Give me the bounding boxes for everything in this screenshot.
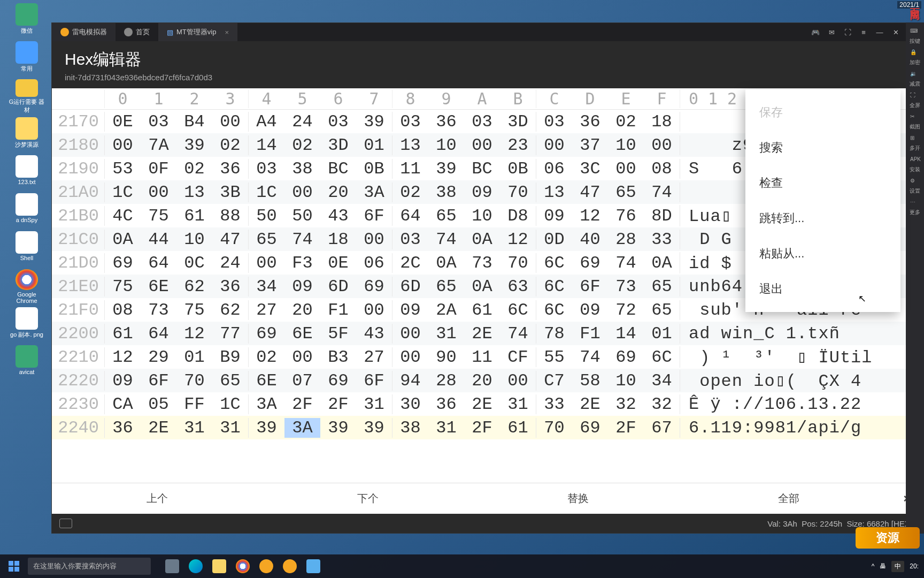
hex-byte[interactable]: B4: [176, 112, 212, 132]
hex-byte[interactable]: 10: [608, 371, 644, 391]
hex-byte[interactable]: 00: [392, 347, 428, 367]
hex-byte[interactable]: 1C: [105, 182, 141, 202]
hex-byte[interactable]: 38: [284, 159, 320, 179]
hex-byte[interactable]: 65: [608, 182, 644, 202]
hex-byte[interactable]: 70: [500, 253, 536, 273]
hex-byte[interactable]: 31: [500, 394, 536, 414]
hex-byte[interactable]: 69: [320, 371, 356, 391]
hex-byte[interactable]: 0A: [464, 277, 500, 296]
next-button[interactable]: 下个: [263, 483, 473, 514]
hex-byte[interactable]: B3: [320, 347, 356, 367]
hex-byte[interactable]: 53: [105, 159, 141, 179]
hex-byte[interactable]: 2E: [572, 394, 608, 414]
hex-byte[interactable]: 69: [249, 324, 284, 344]
hex-byte[interactable]: 24: [284, 112, 320, 132]
hex-byte[interactable]: 70: [536, 418, 572, 438]
hex-byte[interactable]: 0A: [105, 230, 141, 249]
hex-byte[interactable]: F3: [284, 253, 320, 273]
prev-button[interactable]: 上个: [52, 483, 263, 514]
hex-byte[interactable]: 31: [176, 418, 212, 438]
hex-byte[interactable]: 03: [392, 112, 428, 132]
chrome-icon[interactable]: [232, 557, 253, 576]
hex-byte[interactable]: 0A: [464, 230, 500, 249]
hex-byte[interactable]: 6F: [356, 206, 392, 226]
side-tool-加密[interactable]: 🔒加密: [908, 48, 922, 67]
hex-byte[interactable]: 00: [105, 135, 141, 155]
hex-byte[interactable]: 36: [572, 112, 608, 132]
hex-byte[interactable]: 09: [105, 371, 141, 391]
hex-row[interactable]: 2230CA05FF1C3A2F2F3130362E31332E3232Ê ÿ …: [52, 392, 920, 416]
hex-byte[interactable]: 6E: [284, 324, 320, 344]
hex-row[interactable]: 2220096F70656E07696F94282000C7581034 ope…: [52, 369, 920, 392]
hex-byte[interactable]: 2E: [464, 394, 500, 414]
hex-byte[interactable]: 08: [644, 159, 680, 179]
ime-indicator[interactable]: 中: [891, 561, 904, 572]
hex-byte[interactable]: 02: [249, 347, 284, 367]
hex-byte[interactable]: CF: [500, 347, 536, 367]
hex-byte[interactable]: 00: [212, 112, 248, 132]
hex-byte[interactable]: 5F: [320, 324, 356, 344]
hex-byte[interactable]: 6D: [320, 277, 356, 296]
hex-byte[interactable]: 61: [176, 206, 212, 226]
hex-byte[interactable]: 05: [141, 394, 176, 414]
notepad-icon[interactable]: [303, 557, 324, 576]
hex-byte[interactable]: 50: [249, 206, 284, 226]
hex-byte[interactable]: 31: [356, 394, 392, 414]
hex-byte[interactable]: 1C: [249, 182, 284, 202]
hex-byte[interactable]: 32: [644, 394, 680, 414]
hex-byte[interactable]: 31: [428, 418, 464, 438]
hex-byte[interactable]: 39: [356, 112, 392, 132]
hex-byte[interactable]: 69: [572, 253, 608, 273]
hex-byte[interactable]: 70: [176, 371, 212, 391]
hex-byte[interactable]: 00: [141, 182, 176, 202]
hex-byte[interactable]: FF: [176, 394, 212, 414]
hex-byte[interactable]: 02: [284, 135, 320, 155]
hex-byte[interactable]: 2E: [464, 324, 500, 344]
hex-byte[interactable]: 3A: [284, 418, 320, 438]
hex-byte[interactable]: 65: [249, 230, 284, 249]
hex-row[interactable]: 220061641277696E5F4300312E7478F11401ad w…: [52, 322, 920, 345]
hex-byte[interactable]: 6F: [141, 371, 176, 391]
hex-byte[interactable]: 12: [105, 347, 141, 367]
hex-byte[interactable]: 39: [428, 159, 464, 179]
hex-byte[interactable]: 39: [320, 418, 356, 438]
ldplayer2-icon[interactable]: [279, 557, 301, 576]
desktop-icon[interactable]: a dnSpy: [8, 193, 45, 228]
hex-byte[interactable]: 09: [392, 300, 428, 320]
hex-byte[interactable]: 3A: [249, 394, 284, 414]
hex-byte[interactable]: 03: [249, 159, 284, 179]
gamepad-icon[interactable]: 🎮: [807, 23, 823, 41]
close-tab-icon[interactable]: ×: [225, 28, 229, 36]
hex-byte[interactable]: 76: [608, 206, 644, 226]
hex-byte[interactable]: 00: [392, 324, 428, 344]
hex-byte[interactable]: 12: [176, 324, 212, 344]
hex-byte[interactable]: 75: [176, 300, 212, 320]
hex-byte[interactable]: BC: [320, 159, 356, 179]
taskview-icon[interactable]: [161, 557, 183, 576]
hex-byte[interactable]: 6C: [536, 277, 572, 296]
hex-byte[interactable]: 90: [428, 347, 464, 367]
side-tool-设置[interactable]: ⚙设置: [908, 177, 922, 196]
hex-byte[interactable]: 65: [644, 300, 680, 320]
hex-byte[interactable]: 47: [212, 230, 248, 249]
hex-byte[interactable]: 0B: [356, 159, 392, 179]
desktop-icon[interactable]: G运行需要 器材: [8, 79, 45, 114]
hex-byte[interactable]: 00: [284, 347, 320, 367]
emulator-main-tab[interactable]: 雷电模拟器: [52, 23, 116, 41]
hex-byte[interactable]: 39: [356, 418, 392, 438]
hex-byte[interactable]: 77: [212, 324, 248, 344]
hex-byte[interactable]: 2A: [428, 300, 464, 320]
hex-byte[interactable]: 73: [464, 253, 500, 273]
hex-byte[interactable]: 20: [284, 300, 320, 320]
hex-byte[interactable]: 09: [464, 182, 500, 202]
desktop-icon[interactable]: 微信: [8, 3, 45, 38]
hex-byte[interactable]: 50: [284, 206, 320, 226]
desktop-icon[interactable]: 常用: [8, 41, 45, 76]
hex-byte[interactable]: 75: [141, 206, 176, 226]
hex-byte[interactable]: 31: [428, 324, 464, 344]
hex-byte[interactable]: 0E: [320, 253, 356, 273]
hex-byte[interactable]: 3B: [212, 182, 248, 202]
taskbar-search[interactable]: 在这里输入你要搜索的内容: [28, 558, 151, 575]
hex-byte[interactable]: 61: [500, 418, 536, 438]
hex-byte[interactable]: 00: [644, 135, 680, 155]
